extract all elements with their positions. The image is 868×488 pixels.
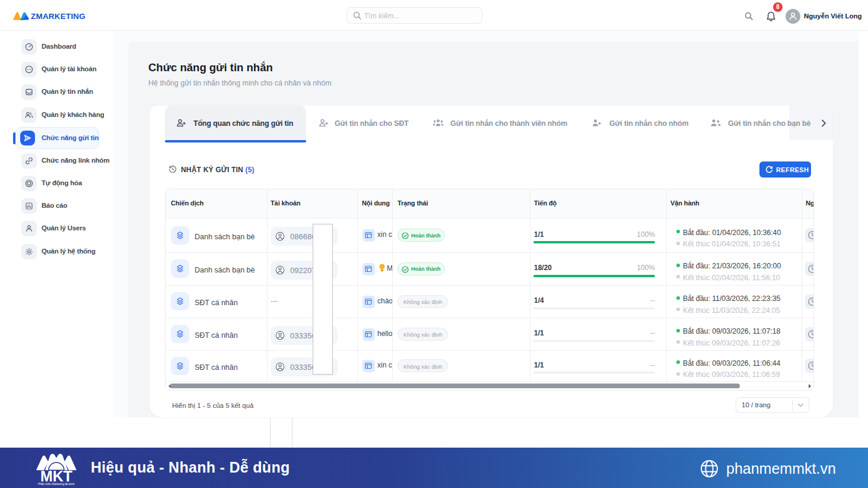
svg-text:MKT: MKT [40, 468, 72, 484]
svg-text:Phần mềm Marketing đa kênh: Phần mềm Marketing đa kênh [38, 483, 75, 486]
